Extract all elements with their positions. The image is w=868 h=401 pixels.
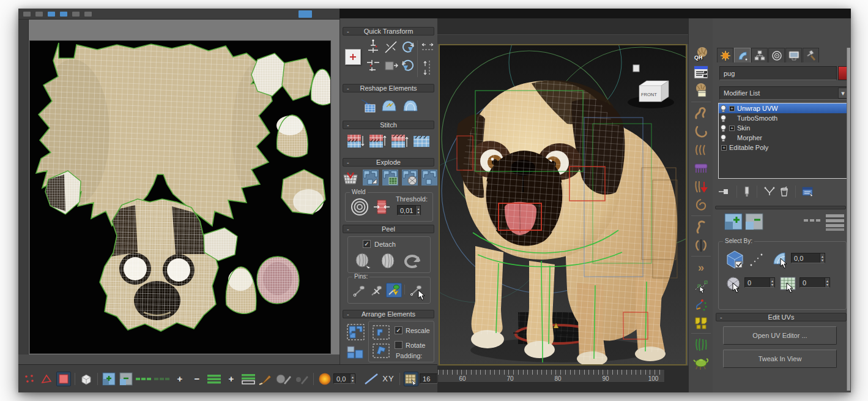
rotate-tool-icon[interactable] (35, 12, 43, 17)
time-ruler[interactable]: 60 70 80 90 100 (437, 369, 665, 383)
expand-icon[interactable]: + (729, 126, 735, 131)
falloff-spinner[interactable]: 0,0 ▴ ▾ (333, 373, 355, 384)
panel-scrollbar[interactable] (847, 48, 850, 391)
hair-hook-icon[interactable] (693, 124, 709, 140)
spin-down-icon[interactable]: ▾ (417, 211, 419, 214)
visibility-bulb-icon[interactable] (720, 134, 727, 142)
rollout-divider[interactable] (715, 206, 846, 209)
space-elements-icon[interactable] (383, 58, 399, 73)
open-uv-editor-button[interactable]: Open UV Editor ... (723, 326, 837, 345)
select-loop-icon[interactable] (804, 218, 821, 223)
rollout-peel[interactable]: - Peel (343, 225, 434, 233)
rescale-elements-icon[interactable] (373, 325, 390, 340)
pack-normalize-icon[interactable] (346, 323, 366, 342)
teapot-icon[interactable] (693, 355, 709, 371)
spinner-arrows[interactable]: ▴ ▾ (415, 206, 420, 215)
remove-modifier-icon[interactable] (779, 186, 789, 197)
select-by-angle-icon[interactable] (771, 250, 788, 266)
viewcube-front-label[interactable]: FRONT (641, 92, 657, 97)
freeform-tool-icon[interactable] (60, 12, 67, 17)
target-weld-icon[interactable] (351, 198, 369, 216)
uv-island-tongue[interactable] (257, 257, 299, 304)
tab-display[interactable] (785, 48, 802, 62)
grow-loop-icon[interactable]: + (172, 372, 187, 386)
spline-points-icon[interactable] (693, 296, 709, 312)
shrink-uv-selection-button[interactable] (745, 213, 763, 230)
hair-mirror-icon[interactable] (693, 238, 709, 253)
spin-down-icon[interactable]: ▾ (352, 379, 354, 383)
rotate-cw-icon[interactable] (400, 58, 416, 73)
grid-snap-icon[interactable] (404, 372, 418, 386)
angle-spinner[interactable]: 0,0 ▴ ▾ (791, 253, 825, 263)
flatten-basket-icon[interactable] (341, 169, 360, 186)
stitch-to-target-icon[interactable] (369, 133, 387, 149)
modifier-row-skin[interactable]: + Skin (719, 123, 849, 133)
space-horizontal-icon[interactable] (421, 42, 434, 53)
viewport[interactable]: FRONT (439, 44, 687, 365)
hair-waves-icon[interactable] (693, 142, 709, 158)
select-by-smoothing-icon[interactable] (726, 276, 741, 291)
spinner-arrows[interactable]: ▴ ▾ (820, 253, 825, 263)
hair-window-icon[interactable] (693, 83, 709, 99)
rollout-quick-transform[interactable]: - Quick Transform (343, 27, 434, 36)
select-by-material-icon[interactable] (780, 276, 796, 291)
comb-icon[interactable] (693, 160, 709, 176)
align-to-edge-icon[interactable] (383, 39, 399, 55)
relax-icon[interactable] (402, 97, 419, 113)
quickhair-icon[interactable]: QH (693, 46, 709, 62)
scale-tool-icon[interactable] (48, 12, 55, 17)
soft-selection-falloff-icon[interactable] (317, 372, 332, 386)
spin-down-icon[interactable]: ▾ (822, 258, 823, 262)
explode-by-material-icon[interactable] (401, 169, 418, 186)
align-horizontal-icon[interactable] (366, 39, 380, 55)
mirror-tool-icon[interactable] (72, 12, 80, 17)
clear-pins-tool-icon[interactable] (409, 283, 425, 298)
polygon-mode-icon[interactable] (56, 372, 71, 386)
object-name-field[interactable]: pug (719, 66, 837, 80)
rollout-arrange-elements[interactable]: - Arrange Elements (343, 310, 434, 318)
modifier-row-unwrap-uvw[interactable]: + Unwrap UVW (719, 103, 849, 113)
hair-strand-icon[interactable] (693, 105, 709, 121)
expand-icon[interactable]: + (721, 145, 727, 151)
paint-select-icon[interactable] (258, 372, 273, 386)
grow-selection-icon[interactable] (102, 372, 116, 386)
relax-until-flat-icon[interactable] (380, 97, 398, 113)
peel-mode-icon[interactable] (379, 252, 397, 270)
configure-modifier-sets-icon[interactable] (802, 186, 814, 197)
detach-checkbox[interactable]: ✓ (363, 240, 371, 248)
stitch-custom-icon[interactable] (347, 133, 365, 149)
move-tool-icon[interactable] (23, 12, 31, 17)
align-pivot-button[interactable] (345, 49, 361, 65)
hair-cut-down-icon[interactable] (693, 179, 709, 195)
make-unique-icon[interactable] (763, 187, 776, 197)
active-toolbar-button[interactable] (299, 10, 312, 18)
rescale-checkbox[interactable]: ✓ (395, 326, 402, 334)
uv-canvas[interactable] (29, 40, 331, 354)
hair-swirl-icon[interactable] (693, 197, 709, 213)
tab-hierarchy[interactable] (751, 48, 768, 62)
stitch-to-source-icon[interactable] (391, 133, 409, 149)
auto-pin-tool-icon[interactable] (386, 283, 402, 298)
spinner-arrows[interactable]: ▴ ▾ (770, 278, 774, 287)
falloff-space-label[interactable]: XY (381, 372, 396, 386)
select-by-element-icon[interactable] (725, 249, 744, 269)
edge-ring-select-icon[interactable] (241, 372, 256, 386)
visibility-bulb-icon[interactable] (720, 114, 727, 122)
edge-ring-icon[interactable] (207, 372, 221, 386)
tweak-in-view-button[interactable]: Tweak In View (723, 350, 837, 368)
edge-loop-dim-icon[interactable] (154, 372, 170, 386)
modifier-row-morpher[interactable]: Morpher (719, 133, 849, 143)
spinner-arrows[interactable]: ▴ ▾ (350, 374, 355, 383)
rollout-reshape-elements[interactable]: - Reshape Elements (343, 84, 434, 92)
explode-by-smoothing-icon[interactable] (382, 169, 399, 186)
edge-mode-icon[interactable] (39, 372, 54, 386)
modifier-row-editable-poly[interactable]: + Editable Poly (719, 143, 849, 152)
spin-down-icon[interactable]: ▾ (826, 283, 828, 287)
rollout-stitch[interactable]: - Stitch (343, 121, 434, 129)
grow-ring-icon[interactable]: + (224, 372, 239, 386)
rollout-explode[interactable]: - Explode (343, 158, 434, 167)
straighten-selection-icon[interactable] (359, 97, 376, 113)
rotate-elements-icon[interactable] (373, 343, 390, 358)
tab-create[interactable] (717, 48, 733, 62)
snap-tool-icon[interactable] (84, 12, 92, 17)
